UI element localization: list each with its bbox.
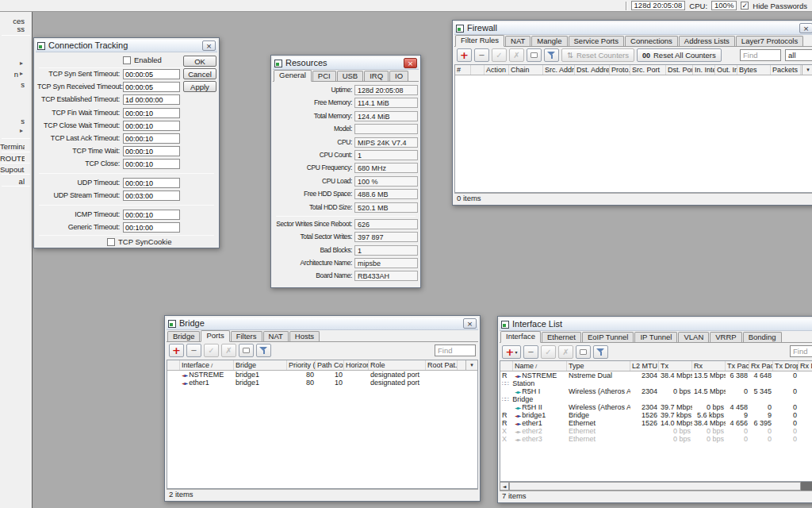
disable-button[interactable]: ✗ (558, 345, 573, 359)
bridge-port-row[interactable]: ◄►ether1 bridge1 80 10 designated port (167, 379, 477, 387)
column-header-tx-drops[interactable]: Tx Drops (773, 361, 799, 371)
column-header-rx[interactable]: Rx (692, 361, 726, 371)
window-titlebar[interactable]: Resources × (273, 57, 419, 70)
window-titlebar[interactable]: Connection Tracking × (36, 40, 217, 52)
column-header-tx-packets[interactable]: Tx Pac... (726, 361, 749, 371)
tab-interface[interactable]: Interface (500, 331, 541, 343)
column-header-role[interactable]: Role (369, 360, 426, 370)
ok-button[interactable]: OK (183, 56, 216, 67)
tab-ports[interactable]: Ports (201, 330, 229, 342)
add-dropdown-button[interactable]: +▾ (502, 345, 521, 359)
tab-eoip-tunnel[interactable]: EoIP Tunnel (582, 332, 634, 342)
column-header-out-interface[interactable]: Out. Int... (715, 65, 737, 75)
reset-counters-button[interactable]: ⇅Reset Counters (561, 48, 634, 62)
tab-layer7[interactable]: Layer7 Protocols (736, 36, 803, 46)
interface-row-disabled[interactable]: X ◄►ether2 Ethernet 0 bps 0 bps 0 0 0 0 (500, 427, 812, 435)
close-icon[interactable]: × (404, 58, 417, 68)
enable-button[interactable]: ✓ (492, 48, 507, 62)
tab-connections[interactable]: Connections (625, 36, 678, 46)
column-header-root-path[interactable]: Root Pat... (426, 360, 458, 370)
remove-button[interactable]: − (474, 48, 489, 62)
tab-hosts[interactable]: Hosts (289, 331, 320, 341)
column-header-flags[interactable] (167, 360, 180, 370)
close-icon[interactable]: × (463, 318, 477, 329)
column-header-action[interactable]: Action (485, 65, 509, 75)
window-titlebar[interactable]: Firewall × (454, 22, 812, 35)
column-header-dst-address[interactable]: Dst. Address (575, 65, 610, 75)
column-header-number[interactable]: # (455, 65, 471, 75)
tcp-time-wait-input[interactable] (123, 146, 180, 156)
column-header-horizon[interactable]: Horizon (344, 360, 369, 370)
close-icon[interactable]: × (799, 23, 812, 33)
tab-vlan[interactable]: VLAN (678, 332, 709, 342)
tcp-close-input[interactable] (123, 159, 180, 169)
reset-all-counters-button[interactable]: 00Reset All Counters (637, 48, 722, 62)
enable-button[interactable]: ✓ (204, 344, 219, 357)
tab-irq[interactable]: IRQ (364, 71, 389, 81)
column-header-src-address[interactable]: Src. Address (543, 65, 575, 75)
interface-row[interactable]: ◄►R5H II Wireless (Atheros AR5... 2304 3… (500, 403, 812, 411)
scroll-left-icon[interactable]: ◄ (500, 482, 509, 491)
find-input[interactable] (740, 49, 781, 61)
interface-row[interactable]: ◄►R5H I Wireless (Atheros AR5... 2304 0 … (500, 387, 812, 395)
tcp-syn-received-timeout-input[interactable] (123, 82, 180, 92)
tab-ip-tunnel[interactable]: IP Tunnel (634, 332, 677, 342)
tcp-syn-sent-timeout-input[interactable] (123, 69, 180, 79)
column-header-rx-packets[interactable]: Rx Pac... (749, 361, 773, 371)
comment-button[interactable] (576, 345, 591, 359)
interface-group-row[interactable]: ∷∷ Station (500, 379, 812, 387)
horizontal-scrollbar[interactable]: ◄ (500, 482, 812, 491)
tab-nat[interactable]: NAT (263, 331, 289, 341)
interface-row[interactable]: R ◄►bridge1 Bridge 1526 39.7 kbps 5.6 kb… (500, 411, 812, 419)
column-header-src-port[interactable]: Src. Port (630, 65, 666, 75)
generic-timeout-input[interactable] (123, 222, 180, 233)
column-header-chain[interactable]: Chain (509, 65, 543, 75)
window-titlebar[interactable]: Interface List × (500, 318, 812, 331)
column-header-blank[interactable] (471, 65, 485, 75)
column-header-tx[interactable]: Tx (659, 361, 692, 371)
tab-io[interactable]: IO (389, 71, 408, 81)
column-header-rx-drops[interactable]: Rx Drop... (799, 361, 812, 371)
menu-item[interactable]: s (0, 80, 25, 90)
find-input[interactable] (435, 344, 476, 356)
tab-nat[interactable]: NAT (505, 36, 530, 46)
tab-service-ports[interactable]: Service Ports (569, 36, 625, 46)
filter-select[interactable]: all (785, 49, 812, 61)
apply-button[interactable]: Apply (183, 81, 216, 92)
comment-button[interactable] (527, 48, 542, 62)
icmp-timeout-input[interactable] (123, 210, 180, 220)
tab-bonding[interactable]: Bonding (743, 332, 782, 342)
enabled-checkbox[interactable] (123, 56, 131, 64)
menu-item-submenu[interactable]: ▸ (0, 127, 25, 137)
bridge-port-row[interactable]: ◄►NSTREME bridge1 80 10 designated port (167, 371, 477, 379)
hide-passwords-checkbox[interactable] (741, 2, 749, 10)
tab-filters[interactable]: Filters (231, 331, 262, 341)
filter-button[interactable] (256, 344, 271, 357)
tcp-last-ack-timeout-input[interactable] (123, 133, 180, 144)
interface-group-row[interactable]: ∷∷ Bridge (500, 395, 812, 403)
comment-button[interactable] (239, 344, 254, 357)
tcp-syncookie-checkbox[interactable] (107, 238, 115, 246)
column-header-protocol[interactable]: Proto... (610, 65, 630, 75)
tcp-established-timeout-input[interactable] (123, 94, 180, 105)
tab-bridge[interactable]: Bridge (167, 331, 200, 341)
menu-item-new-terminal[interactable]: Terminal (0, 142, 25, 152)
tab-ethernet[interactable]: Ethernet (542, 332, 581, 342)
remove-button[interactable]: − (523, 345, 538, 359)
tcp-fin-wait-timeout-input[interactable] (123, 108, 180, 118)
scrollbar-thumb[interactable] (509, 482, 801, 491)
tab-address-lists[interactable]: Address Lists (679, 36, 735, 46)
menu-item-submenu[interactable]: n▸ (0, 70, 25, 79)
find-input[interactable] (790, 345, 812, 357)
column-header-name[interactable]: Name/ (513, 361, 567, 371)
tab-mangle[interactable]: Mangle (531, 36, 567, 46)
udp-stream-timeout-input[interactable] (123, 190, 180, 201)
add-button[interactable]: + (457, 48, 472, 62)
remove-button[interactable]: − (186, 344, 201, 357)
enable-button[interactable]: ✓ (541, 345, 556, 359)
interface-row[interactable]: R ◄►NSTREME Nstreme Dual 2304 38.4 Mbps … (500, 371, 812, 379)
add-button[interactable]: + (169, 344, 184, 357)
disable-button[interactable]: ✗ (221, 344, 236, 357)
column-header-interface[interactable]: Interface/ (180, 360, 234, 370)
cancel-button[interactable]: Cancel (183, 68, 216, 79)
